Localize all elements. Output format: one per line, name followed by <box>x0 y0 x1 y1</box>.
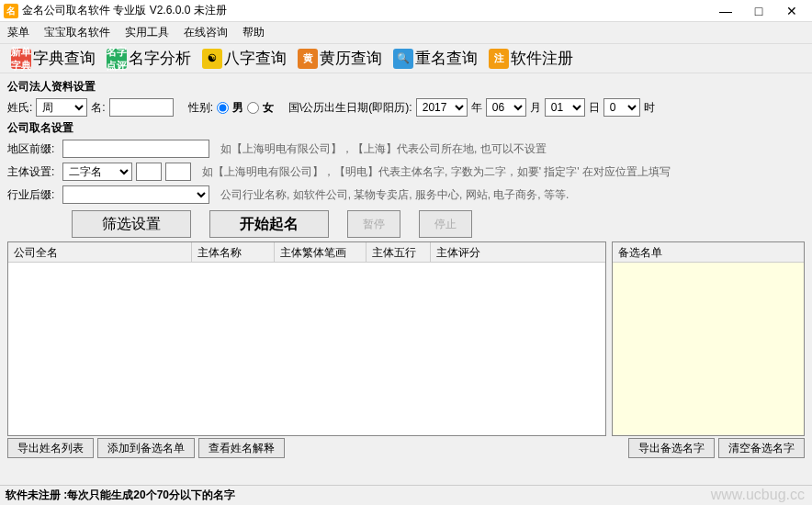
group1-title: 公司法人资料设置 <box>7 79 805 95</box>
tool-dup[interactable]: 🔍重名查询 <box>389 46 481 71</box>
close-button[interactable]: ✕ <box>775 0 808 22</box>
status-prefix: 软件未注册 : <box>6 488 67 503</box>
tool-dict[interactable]: 新单字典字典查询 <box>7 46 99 71</box>
clear-candidates-button[interactable]: 清空备选名字 <box>718 438 805 458</box>
register-icon: 注 <box>489 49 509 69</box>
status-text: 每次只能生成20个70分以下的名字 <box>67 488 235 503</box>
body-select[interactable]: 二字名 <box>62 163 132 181</box>
titlebar: 名 金名公司取名软件 专业版 V2.6.0.0 未注册 — □ ✕ <box>0 0 812 22</box>
menu-main[interactable]: 菜单 <box>7 25 29 40</box>
pause-button[interactable]: 暂停 <box>347 210 400 238</box>
female-label: 女 <box>263 100 274 116</box>
prefix-label: 地区前缀: <box>7 141 59 157</box>
explain-button[interactable]: 查看姓名解释 <box>198 438 285 458</box>
day-select[interactable]: 01 <box>545 98 585 117</box>
menu-consult[interactable]: 在线咨询 <box>184 25 228 40</box>
prefix-input[interactable] <box>62 140 209 158</box>
surname-label: 姓氏: <box>7 100 32 116</box>
stop-button[interactable]: 停止 <box>419 210 472 238</box>
search-icon: 🔍 <box>393 49 413 69</box>
results-table: 公司全名 主体名称 主体繁体笔画 主体五行 主体评分 <box>7 241 606 436</box>
birth-label: 国\公历出生日期(即阳历): <box>288 100 412 116</box>
maximize-button[interactable]: □ <box>742 0 775 22</box>
menu-baby[interactable]: 宝宝取名软件 <box>44 25 110 40</box>
minimize-button[interactable]: — <box>709 0 742 22</box>
name-input[interactable] <box>109 98 174 117</box>
suffix-label: 行业后缀: <box>7 187 59 203</box>
body-hint: 如【上海明电有限公司】，【明电】代表主体名字, 字数为二字，如要' 指定字' 在… <box>202 164 671 180</box>
tool-analyze[interactable]: 名字点评名字分析 <box>103 46 195 71</box>
body-char1[interactable] <box>136 163 162 181</box>
col-body[interactable]: 主体名称 <box>192 242 275 262</box>
name-label: 名: <box>91 100 105 116</box>
start-button[interactable]: 开始起名 <box>209 210 329 238</box>
tool-bazi[interactable]: ☯八字查询 <box>198 46 290 71</box>
gender-male-radio[interactable] <box>217 102 229 114</box>
hour-select[interactable]: 0 <box>603 98 640 117</box>
body-label: 主体设置: <box>7 164 59 180</box>
prefix-hint: 如【上海明电有限公司】，【上海】代表公司所在地, 也可以不设置 <box>220 141 547 157</box>
suffix-select[interactable] <box>62 185 209 204</box>
toolbar: 新单字典字典查询 名字点评名字分析 ☯八字查询 黄黄历查询 🔍重名查询 注软件注… <box>0 44 812 73</box>
gender-label: 性别: <box>188 100 213 116</box>
body-char2[interactable] <box>165 163 191 181</box>
filter-button[interactable]: 筛选设置 <box>72 210 191 238</box>
watermark: www.ucbug.cc <box>711 487 805 503</box>
window-title: 金名公司取名软件 专业版 V2.6.0.0 未注册 <box>22 3 709 18</box>
results-body <box>8 263 605 435</box>
analyze-icon: 名字点评 <box>107 49 127 69</box>
year-select[interactable]: 2017 <box>416 98 468 117</box>
gender-female-radio[interactable] <box>247 102 259 114</box>
export-names-button[interactable]: 导出姓名列表 <box>7 438 94 458</box>
col-score[interactable]: 主体评分 <box>431 242 495 262</box>
bazi-icon: ☯ <box>202 49 222 69</box>
col-fullname[interactable]: 公司全名 <box>8 242 192 262</box>
suffix-hint: 公司行业名称, 如软件公司, 某物专卖店, 服务中心, 网站, 电子商务, 等等… <box>220 187 569 203</box>
add-candidate-button[interactable]: 添加到备选名单 <box>97 438 195 458</box>
group2-title: 公司取名设置 <box>7 120 805 136</box>
app-icon: 名 <box>4 4 18 18</box>
menu-tools[interactable]: 实用工具 <box>125 25 169 40</box>
candidates-header: 备选名单 <box>613 242 804 263</box>
huangli-icon: 黄 <box>298 49 318 69</box>
col-wuxing[interactable]: 主体五行 <box>367 242 431 262</box>
dict-icon: 新单字典 <box>11 49 31 69</box>
export-candidates-button[interactable]: 导出备选名字 <box>628 438 715 458</box>
menubar: 菜单 宝宝取名软件 实用工具 在线咨询 帮助 <box>0 22 812 44</box>
surname-select[interactable]: 周 <box>36 98 87 117</box>
tool-huangli[interactable]: 黄黄历查询 <box>294 46 386 71</box>
male-label: 男 <box>232 100 243 116</box>
candidates-list: 备选名单 <box>612 241 805 436</box>
month-select[interactable]: 06 <box>486 98 526 117</box>
col-strokes[interactable]: 主体繁体笔画 <box>275 242 367 262</box>
menu-help[interactable]: 帮助 <box>242 25 265 40</box>
statusbar: 软件未注册 : 每次只能生成20个70分以下的名字 <box>0 485 812 505</box>
tool-register[interactable]: 注软件注册 <box>485 46 577 71</box>
